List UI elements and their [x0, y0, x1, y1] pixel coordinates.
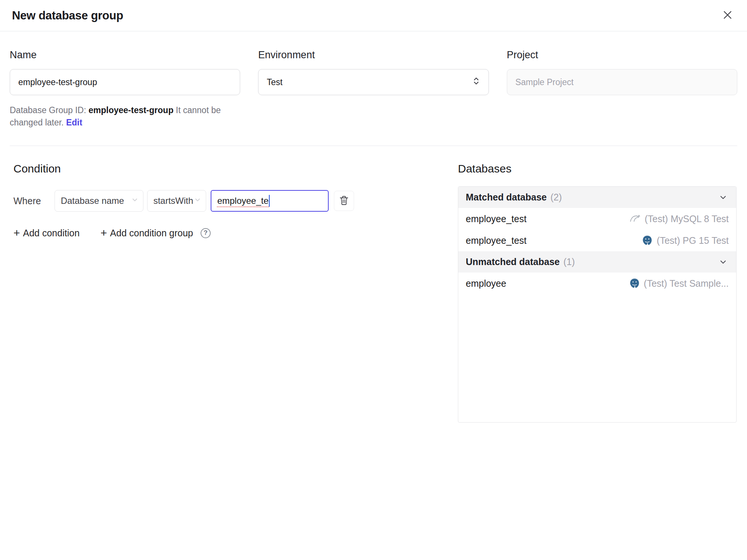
instance-label: (Test) PG 15 Test	[657, 235, 729, 246]
project-input: Sample Project	[507, 69, 737, 95]
chevron-down-icon	[130, 195, 139, 206]
plus-icon: +	[13, 227, 20, 239]
group-id-value: employee-test-group	[89, 105, 173, 115]
delete-condition-button[interactable]	[334, 191, 354, 211]
matched-database-header[interactable]: Matched database (2)	[458, 187, 736, 208]
group-id-note-prefix: Database Group ID:	[10, 105, 89, 115]
database-instance: (Test) MySQL 8 Test	[629, 213, 729, 225]
project-value: Sample Project	[515, 77, 574, 87]
condition-operator-value: startsWith	[154, 196, 193, 206]
databases-panel: Matched database (2) employee_test (Test…	[458, 186, 737, 423]
instance-label: (Test) Test Sample...	[644, 278, 729, 289]
instance-label: (Test) MySQL 8 Test	[645, 214, 729, 224]
add-condition-label: Add condition	[23, 228, 80, 239]
help-icon[interactable]: ?	[201, 228, 211, 238]
environment-label: Environment	[258, 49, 489, 61]
unmatched-database-header[interactable]: Unmatched database (1)	[458, 251, 736, 273]
database-row[interactable]: employee_test (Test) PG 15 Test	[458, 230, 736, 251]
condition-field-dropdown[interactable]: Database name	[55, 190, 143, 212]
environment-select[interactable]: Test	[258, 69, 489, 95]
plus-icon: +	[100, 227, 107, 239]
postgres-icon	[642, 235, 653, 246]
matched-database-label: Matched database	[466, 192, 547, 203]
chevron-down-icon	[717, 192, 729, 203]
name-label: Name	[10, 49, 240, 61]
database-instance: (Test) PG 15 Test	[642, 235, 729, 246]
matched-database-count: (2)	[551, 192, 562, 203]
group-id-note: Database Group ID: employee-test-group I…	[10, 104, 240, 128]
add-condition-button[interactable]: + Add condition	[13, 227, 80, 239]
page-title: New database group	[12, 9, 123, 22]
edit-group-id-link[interactable]: Edit	[66, 118, 82, 127]
where-label: Where	[13, 196, 41, 206]
name-input[interactable]	[10, 69, 240, 95]
chevron-up-down-icon	[471, 76, 481, 88]
databases-section: Databases Matched database (2) employee_…	[458, 162, 737, 423]
condition-section: Condition Where Database name startsWith…	[13, 162, 458, 423]
condition-value-text: employee_te	[217, 196, 269, 206]
text-caret	[269, 195, 270, 207]
project-field-group: Project Sample Project	[507, 49, 737, 128]
postgres-icon	[629, 278, 640, 289]
condition-actions: + Add condition + Add condition group ?	[13, 227, 443, 239]
name-field-group: Name Database Group ID: employee-test-gr…	[10, 49, 240, 128]
condition-field-value: Database name	[61, 196, 124, 206]
close-icon	[722, 9, 734, 22]
condition-heading: Condition	[13, 162, 443, 175]
close-button[interactable]	[719, 7, 736, 24]
dialog-header: New database group	[0, 0, 747, 31]
database-row[interactable]: employee_test (Test) MySQL 8 Test	[458, 208, 736, 230]
database-row[interactable]: employee (Test) Test Sample...	[458, 273, 736, 294]
condition-value-input[interactable]: employee_te	[211, 190, 329, 212]
add-condition-group-button[interactable]: + Add condition group ?	[100, 227, 211, 239]
unmatched-database-count: (1)	[563, 256, 575, 267]
databases-heading: Databases	[458, 162, 737, 175]
environment-selected-value: Test	[267, 77, 282, 87]
chevron-down-icon	[193, 195, 202, 206]
database-name: employee_test	[466, 214, 527, 224]
chevron-down-icon	[717, 256, 729, 268]
add-condition-group-label: Add condition group	[110, 228, 193, 239]
mysql-icon	[629, 213, 641, 225]
trash-icon	[338, 195, 350, 207]
condition-row: Where Database name startsWith employee_…	[13, 190, 443, 212]
project-label: Project	[507, 49, 737, 61]
unmatched-database-label: Unmatched database	[466, 256, 560, 267]
form-grid: Name Database Group ID: employee-test-gr…	[0, 31, 747, 128]
environment-field-group: Environment Test	[258, 49, 489, 128]
database-name: employee	[466, 278, 506, 289]
condition-operator-dropdown[interactable]: startsWith	[147, 190, 206, 212]
database-name: employee_test	[466, 235, 527, 246]
main-content: Condition Where Database name startsWith…	[0, 146, 747, 423]
database-instance: (Test) Test Sample...	[629, 278, 729, 289]
